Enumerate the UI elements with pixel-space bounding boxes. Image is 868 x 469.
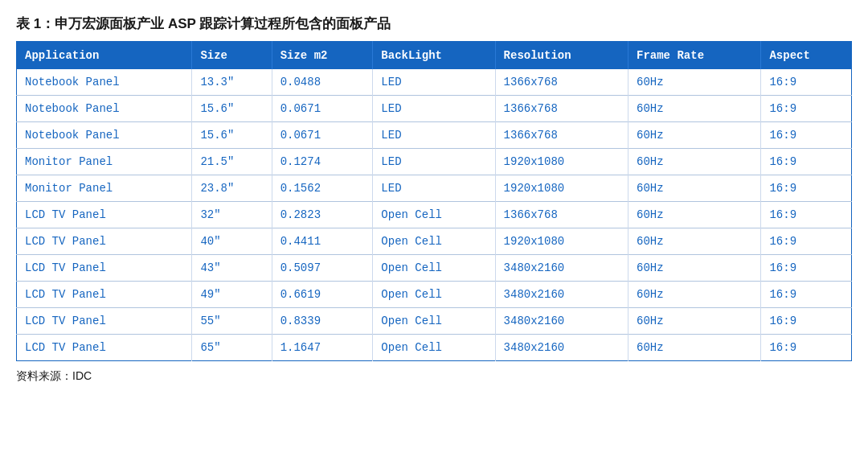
cell-size_m2: 0.1274 [272,149,373,175]
cell-resolution: 3480x2160 [495,335,628,361]
cell-size: 15.6" [192,122,272,149]
cell-size_m2: 0.0671 [272,122,373,149]
table-row: LCD TV Panel32"0.2823Open Cell1366x76860… [17,202,852,228]
cell-aspect: 16:9 [761,149,852,175]
cell-size_m2: 0.6619 [272,282,373,308]
cell-size: 55" [192,308,272,335]
cell-aspect: 16:9 [761,122,852,149]
cell-resolution: 3480x2160 [495,282,628,308]
cell-frame_rate: 60Hz [628,228,761,255]
cell-size_m2: 0.2823 [272,202,373,228]
table-header-row: ApplicationSizeSize m2BackLightResolutio… [17,42,852,70]
cell-size_m2: 0.8339 [272,308,373,335]
table-row: LCD TV Panel40"0.4411Open Cell1920x10806… [17,228,852,255]
cell-size: 15.6" [192,96,272,122]
cell-frame_rate: 60Hz [628,202,761,228]
cell-application: LCD TV Panel [17,255,192,282]
cell-size: 13.3" [192,69,272,96]
col-header-frame_rate: Frame Rate [628,42,761,70]
cell-size: 21.5" [192,149,272,175]
col-header-resolution: Resolution [495,42,628,70]
cell-size_m2: 1.1647 [272,335,373,361]
cell-resolution: 1920x1080 [495,149,628,175]
cell-backlight: LED [373,96,495,122]
col-header-application: Application [17,42,192,70]
cell-backlight: Open Cell [373,308,495,335]
cell-aspect: 16:9 [761,228,852,255]
cell-frame_rate: 60Hz [628,335,761,361]
cell-backlight: LED [373,149,495,175]
cell-backlight: LED [373,175,495,202]
cell-size: 23.8" [192,175,272,202]
cell-resolution: 1366x768 [495,69,628,96]
table-row: LCD TV Panel49"0.6619Open Cell3480x21606… [17,282,852,308]
cell-application: Notebook Panel [17,122,192,149]
cell-application: LCD TV Panel [17,282,192,308]
cell-frame_rate: 60Hz [628,96,761,122]
cell-backlight: Open Cell [373,335,495,361]
cell-size: 49" [192,282,272,308]
cell-application: LCD TV Panel [17,202,192,228]
cell-backlight: Open Cell [373,202,495,228]
table-row: Monitor Panel23.8"0.1562LED1920x108060Hz… [17,175,852,202]
cell-backlight: Open Cell [373,255,495,282]
cell-application: LCD TV Panel [17,335,192,361]
cell-backlight: Open Cell [373,282,495,308]
cell-aspect: 16:9 [761,202,852,228]
cell-backlight: LED [373,122,495,149]
cell-application: Monitor Panel [17,149,192,175]
col-header-backlight: BackLight [373,42,495,70]
cell-aspect: 16:9 [761,255,852,282]
data-table: ApplicationSizeSize m2BackLightResolutio… [16,41,852,361]
cell-aspect: 16:9 [761,282,852,308]
cell-size_m2: 0.5097 [272,255,373,282]
table-row: LCD TV Panel55"0.8339Open Cell3480x21606… [17,308,852,335]
table-row: Notebook Panel13.3"0.0488LED1366x76860Hz… [17,69,852,96]
cell-size_m2: 0.0488 [272,69,373,96]
cell-size: 32" [192,202,272,228]
col-header-aspect: Aspect [761,42,852,70]
col-header-size: Size [192,42,272,70]
cell-backlight: LED [373,69,495,96]
cell-aspect: 16:9 [761,175,852,202]
footer-source: 资料来源：IDC [16,369,852,384]
cell-frame_rate: 60Hz [628,149,761,175]
cell-size_m2: 0.1562 [272,175,373,202]
cell-application: Monitor Panel [17,175,192,202]
cell-frame_rate: 60Hz [628,282,761,308]
cell-application: LCD TV Panel [17,308,192,335]
table-row: Notebook Panel15.6"0.0671LED1366x76860Hz… [17,96,852,122]
cell-size: 40" [192,228,272,255]
cell-application: Notebook Panel [17,96,192,122]
cell-resolution: 1366x768 [495,202,628,228]
table-row: LCD TV Panel43"0.5097Open Cell3480x21606… [17,255,852,282]
cell-application: Notebook Panel [17,69,192,96]
cell-frame_rate: 60Hz [628,308,761,335]
cell-frame_rate: 60Hz [628,122,761,149]
cell-resolution: 3480x2160 [495,308,628,335]
col-header-size_m2: Size m2 [272,42,373,70]
cell-frame_rate: 60Hz [628,69,761,96]
cell-size: 43" [192,255,272,282]
cell-resolution: 1920x1080 [495,228,628,255]
cell-resolution: 1366x768 [495,122,628,149]
cell-resolution: 3480x2160 [495,255,628,282]
cell-resolution: 1366x768 [495,96,628,122]
cell-backlight: Open Cell [373,228,495,255]
cell-aspect: 16:9 [761,335,852,361]
table-row: Notebook Panel15.6"0.0671LED1366x76860Hz… [17,122,852,149]
cell-size_m2: 0.0671 [272,96,373,122]
cell-frame_rate: 60Hz [628,175,761,202]
cell-size_m2: 0.4411 [272,228,373,255]
page-title: 表 1：申万宏源面板产业 ASP 跟踪计算过程所包含的面板产品 [16,14,852,33]
table-row: Monitor Panel21.5"0.1274LED1920x108060Hz… [17,149,852,175]
cell-aspect: 16:9 [761,69,852,96]
cell-application: LCD TV Panel [17,228,192,255]
cell-aspect: 16:9 [761,96,852,122]
cell-size: 65" [192,335,272,361]
cell-frame_rate: 60Hz [628,255,761,282]
cell-resolution: 1920x1080 [495,175,628,202]
cell-aspect: 16:9 [761,308,852,335]
table-row: LCD TV Panel65"1.1647Open Cell3480x21606… [17,335,852,361]
